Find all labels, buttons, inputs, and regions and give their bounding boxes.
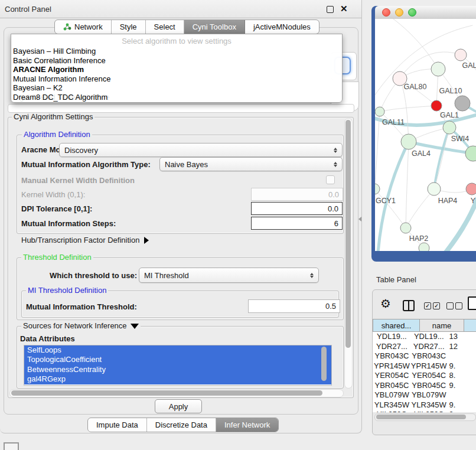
select-all-columns-icon[interactable]: ✓ ✓ [424, 302, 440, 309]
hub-definition-toggle[interactable]: Hub/Transcription Factor Definition [21, 236, 149, 244]
algorithm-option[interactable]: Mutual Information Inference [11, 74, 342, 84]
table-cell: YPR145W [373, 361, 411, 371]
selected-value: MI Threshold [144, 271, 308, 280]
close-traffic-light[interactable] [382, 8, 390, 17]
table-cell: YBR045C [411, 381, 447, 391]
table-row[interactable]: YBR045CYBR045C9. [373, 381, 476, 391]
data-attribute-item[interactable]: TopologicalCoefficient [24, 355, 331, 364]
data-attribute-item[interactable]: BetweennessCentrality [24, 365, 331, 374]
panel-title: Control Panel [5, 5, 51, 14]
table-row[interactable]: YIL052CYIL052C9 [373, 410, 476, 412]
network-node[interactable] [455, 49, 467, 61]
node-label: GAL10 [439, 87, 462, 95]
export-table-icon[interactable] [468, 296, 476, 310]
unchecked-box-icon [455, 302, 462, 309]
float-window-icon[interactable] [327, 6, 334, 13]
network-node[interactable] [443, 121, 456, 134]
table-cell: YPR145W [411, 361, 447, 371]
gear-icon[interactable]: ⚙ [380, 298, 391, 309]
network-node[interactable] [375, 184, 380, 194]
zoom-traffic-light[interactable] [408, 8, 416, 17]
docked-panel-icon[interactable] [4, 442, 19, 450]
tab-discretize-data[interactable]: Discretize Data [147, 418, 216, 432]
settings-vertical-scrollbar[interactable] [344, 118, 353, 389]
table-row[interactable]: YBL079WYBL079W [373, 390, 476, 400]
network-node[interactable] [428, 182, 441, 195]
field-value: 0.0 [328, 190, 339, 199]
table-cell: YER054C [411, 371, 447, 381]
table-cell: YBR045C [373, 381, 411, 391]
table-panel-title: Table Panel [376, 275, 416, 284]
column-header[interactable]: A [464, 319, 476, 332]
tab-impute-data[interactable]: Impute Data [88, 418, 147, 432]
table-row[interactable]: YLR345WYLR345W9. [373, 400, 476, 410]
apply-button[interactable]: Apply [155, 399, 202, 413]
tab-network[interactable]: Network [55, 20, 112, 34]
tab-cyni-toolbox[interactable]: Cyni Toolbox [184, 20, 245, 34]
kernel-width-label: Kernel Width (0,1): [21, 190, 85, 199]
settings-horizontal-scrollbar[interactable] [9, 389, 344, 397]
network-node[interactable] [401, 134, 416, 149]
tab-select[interactable]: Select [146, 20, 184, 34]
control-panel-titlebar: Control Panel ✕ [0, 0, 361, 18]
network-canvas[interactable]: GALGAL80GAL10GAL1GAL11SWI4GAL4GCY1HAP4YH… [375, 19, 476, 251]
table-row[interactable]: YDR27...YDR27...12 [373, 342, 476, 352]
aracne-mode-select[interactable]: Discovery [59, 143, 343, 157]
data-attribute-item[interactable]: SelfLoops [24, 345, 331, 355]
mi-steps-label: Mutual Information Steps: [21, 219, 116, 228]
network-node[interactable] [431, 100, 442, 111]
algorithm-option[interactable]: Basic Correlation Inference [11, 56, 342, 66]
network-node[interactable] [400, 223, 411, 233]
network-node[interactable] [455, 96, 470, 111]
splitter-handle-icon[interactable] [358, 217, 361, 221]
column-header[interactable]: shared... [373, 319, 420, 332]
mi-steps-field[interactable]: 6 [251, 217, 343, 230]
table-horizontal-scrollbar[interactable] [374, 413, 476, 421]
network-node[interactable] [431, 62, 445, 76]
column-header[interactable]: name [420, 319, 464, 332]
tab-infer-network[interactable]: Infer Network [216, 418, 278, 432]
node-label: GAL1 [440, 111, 459, 119]
columns-icon[interactable] [403, 300, 415, 311]
close-icon[interactable]: ✕ [340, 4, 348, 14]
kernel-width-field[interactable]: 0.0 [251, 188, 343, 201]
algorithm-option[interactable]: ARACNE Algorithm [11, 65, 342, 74]
network-edge [375, 112, 380, 189]
network-node[interactable] [465, 146, 476, 161]
table-cell: YBL079W [373, 390, 411, 400]
algorithm-option[interactable]: Bayesian – Hill Climbing [11, 47, 342, 56]
scrollbar-thumb[interactable] [345, 120, 351, 348]
table-row[interactable]: YBR043CYBR043C [373, 351, 476, 361]
network-node[interactable] [466, 183, 476, 195]
tab-style[interactable]: Style [112, 20, 146, 34]
table-cell: 8. [447, 371, 476, 381]
which-threshold-select[interactable]: MI Threshold [139, 268, 319, 283]
stepper-icon [331, 148, 340, 153]
table-cell: YER054C [373, 371, 411, 381]
network-node[interactable] [419, 243, 429, 251]
table-row[interactable]: YDL19...YDL19...13 [373, 332, 476, 342]
network-node[interactable] [375, 107, 384, 116]
minimize-traffic-light[interactable] [395, 8, 403, 17]
data-attribute-item[interactable]: gal4RGexp [24, 374, 331, 384]
table-row[interactable]: YPR145WYPR145W9. [373, 361, 476, 371]
scrollbar-thumb[interactable] [11, 390, 322, 396]
app-root: Control Panel ✕ NetworkStyleSelectCyni T… [0, 0, 476, 450]
deselect-all-columns-icon[interactable] [446, 302, 462, 309]
tab-jactivemnodules[interactable]: jActiveMNodules [245, 20, 319, 34]
mi-threshold-field[interactable]: 0.5 [248, 299, 340, 313]
algorithm-option[interactable]: Bayesian – K2 [11, 83, 342, 93]
manual-kernel-checkbox[interactable] [326, 175, 335, 184]
list-scrollbar[interactable] [321, 347, 327, 381]
dpi-tolerance-field[interactable]: 0.0 [251, 202, 343, 215]
scrollbar-thumb[interactable] [376, 415, 466, 419]
table-row[interactable]: YER054CYER054C8. [373, 371, 476, 381]
algorithm-option[interactable]: Dream8 DC_TDC Algorithm [11, 93, 342, 102]
table-cell: 9. [447, 361, 476, 371]
stepper-icon [308, 273, 316, 278]
table-body: YDL19...YDL19...13YDR27...YDR27...12YBR0… [373, 332, 476, 412]
mi-type-select[interactable]: Naive Bayes [159, 157, 343, 171]
sources-toggle[interactable]: Sources for Network Inference [21, 322, 141, 330]
mi-type-label: Mutual Information Algorithm Type: [21, 160, 151, 169]
table-cell: 9. [447, 381, 476, 391]
